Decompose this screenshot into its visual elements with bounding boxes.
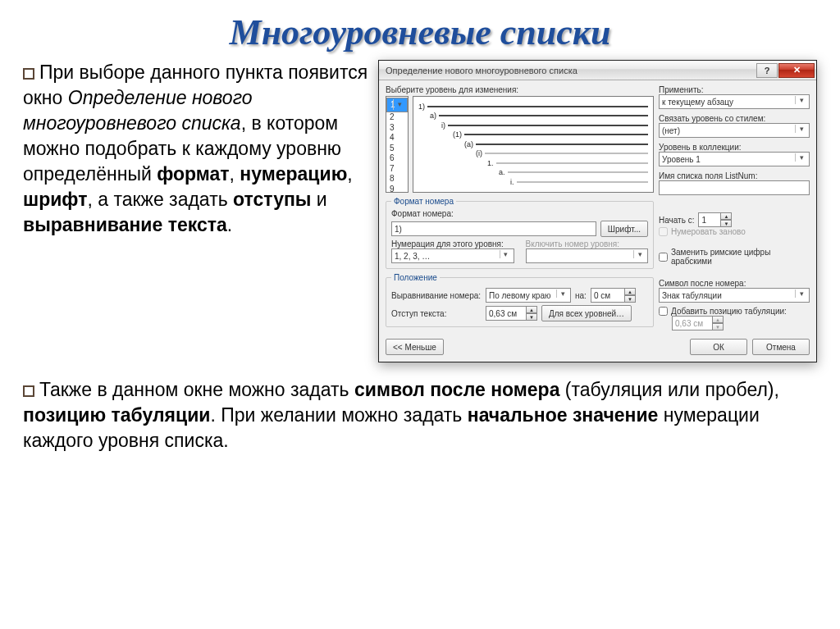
paragraph-1: При выборе данного пункта появится окно … <box>23 60 375 362</box>
dialog-title: Определение нового многоуровневого списк… <box>386 66 756 75</box>
position-group: Положение Выравнивание номера: По левому… <box>386 273 654 327</box>
addtab-spinner: 0,63 см ▲▼ <box>672 316 810 330</box>
paragraph-2: Также в данном окне можно задать символ … <box>0 362 840 454</box>
cancel-button[interactable]: Отмена <box>752 339 810 355</box>
level-item[interactable]: 6 <box>386 153 408 164</box>
level-item[interactable]: 9 <box>386 185 408 194</box>
symbol-select[interactable]: Знак табуляции <box>659 288 810 303</box>
symbol-label: Символ после номера: <box>659 279 810 288</box>
list-preview: 1) a) i) (1) (a) (i) 1. a. i. <box>413 96 654 193</box>
format-label: Формат номера: <box>391 209 648 218</box>
close-button[interactable]: ✕ <box>778 63 815 78</box>
level-item[interactable]: 1 <box>386 98 408 112</box>
bullet-icon <box>23 68 34 80</box>
font-button[interactable]: Шрифт... <box>600 221 648 237</box>
less-button[interactable]: << Меньше <box>386 339 444 355</box>
chevron-down-icon[interactable]: ▼ <box>720 220 732 227</box>
chevron-down-icon[interactable]: ▼ <box>526 313 537 321</box>
link-style-label: Связать уровень со стилем: <box>659 114 810 123</box>
align-label: Выравнивание номера: <box>391 291 482 300</box>
level-item[interactable]: 8 <box>386 174 408 185</box>
dialog-titlebar[interactable]: Определение нового многоуровневого списк… <box>379 61 816 80</box>
addtab-checkbox[interactable]: Добавить позицию табуляции: <box>659 307 810 316</box>
help-button[interactable]: ? <box>756 63 778 78</box>
level-item[interactable]: 2 <box>386 112 408 123</box>
restart-checkbox: Нумеровать заново <box>659 227 810 236</box>
chevron-up-icon[interactable]: ▲ <box>624 288 636 295</box>
select-level-label: Выберите уровень для изменения: <box>386 85 654 94</box>
all-levels-button[interactable]: Для всех уровней… <box>541 305 632 321</box>
include-level-select <box>526 248 649 263</box>
bullet-icon <box>23 385 34 397</box>
at-spinner[interactable]: 0 см ▲▼ <box>591 288 636 303</box>
chevron-down-icon: ▼ <box>712 323 724 330</box>
chevron-up-icon[interactable]: ▲ <box>526 306 537 313</box>
listnum-input[interactable] <box>659 180 810 195</box>
indent-label: Отступ текста: <box>391 309 482 318</box>
page-title: Многоуровневые списки <box>0 0 840 60</box>
apply-label: Применить: <box>659 85 810 94</box>
chevron-down-icon[interactable]: ▼ <box>624 295 636 303</box>
level-item[interactable]: 3 <box>386 123 408 134</box>
numbering-label: Нумерация для этого уровня: <box>391 239 514 248</box>
include-level-label: Включить номер уровня: <box>526 239 649 248</box>
start-label: Начать с: <box>659 216 694 225</box>
level-item[interactable]: 4 <box>386 133 408 144</box>
align-select[interactable]: По левому краю <box>486 288 571 303</box>
number-format-group: Формат номера Формат номера: 1) Шрифт...… <box>386 197 654 269</box>
chevron-up-icon[interactable]: ▲ <box>720 212 732 220</box>
level-item[interactable]: 5 <box>386 144 408 154</box>
ok-button[interactable]: ОК <box>690 339 747 355</box>
at-label: на: <box>575 291 587 300</box>
start-spinner[interactable]: 1 ▲▼ <box>698 212 732 227</box>
collection-select[interactable]: Уровень 1 <box>659 152 810 166</box>
chevron-up-icon: ▲ <box>712 316 724 323</box>
indent-spinner[interactable]: 0,63 см ▲▼ <box>486 306 537 321</box>
apply-select[interactable]: к текущему абзацу <box>659 94 810 109</box>
number-format-input[interactable]: 1) <box>391 221 596 236</box>
define-multilevel-list-dialog: Определение нового многоуровневого списк… <box>378 60 817 362</box>
numbering-select[interactable]: 1, 2, 3, … <box>391 248 514 263</box>
link-style-select[interactable]: (нет) <box>659 123 810 138</box>
collection-label: Уровень в коллекции: <box>659 143 810 152</box>
listnum-label: Имя списка поля ListNum: <box>659 171 810 180</box>
level-item[interactable]: 7 <box>386 164 408 175</box>
roman-checkbox[interactable]: Заменить римские цифры арабскими <box>659 248 810 266</box>
level-listbox[interactable]: 1 2 3 4 5 6 7 8 9 <box>386 96 409 193</box>
